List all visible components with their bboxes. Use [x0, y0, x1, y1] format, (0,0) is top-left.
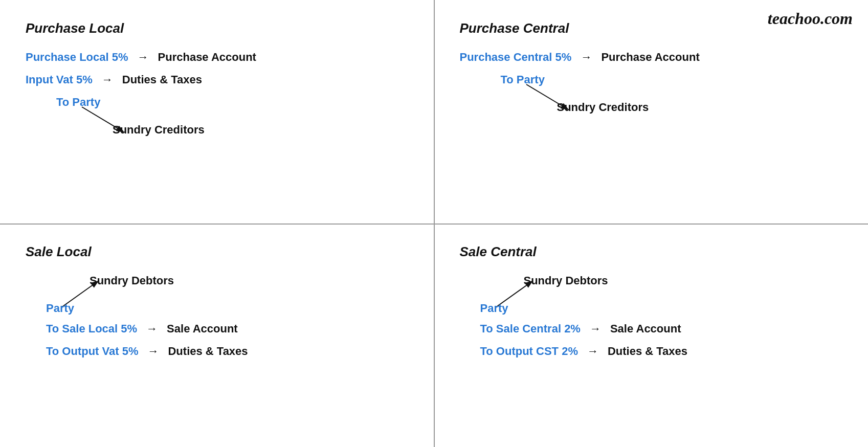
- party-source-q3: Party: [46, 302, 74, 315]
- sale-local-row2: To Output Vat 5% → Duties & Taxes: [46, 345, 409, 358]
- sale-local-section: Sale Local Party Sundry Debtors To Sale …: [0, 223, 434, 447]
- party-diagonal-q4: Party Sundry Debtors: [480, 274, 843, 315]
- sale-account-label-q4: Sale Account: [610, 322, 681, 336]
- purchase-central-section: Purchase Central Purchase Central 5% → P…: [434, 0, 869, 223]
- duties-taxes-label-q4: Duties & Taxes: [608, 345, 687, 358]
- sundry-debtors-q3: Sundry Debtors: [90, 274, 174, 287]
- arrow-3: →: [581, 51, 592, 64]
- arrow-1: →: [138, 51, 149, 64]
- input-vat-5-label: Input Vat 5%: [26, 73, 93, 86]
- sale-central-rows: To Sale Central 2% → Sale Account To Out…: [480, 322, 843, 358]
- purchase-local-5-label: Purchase Local 5%: [26, 51, 128, 64]
- purchase-central-row1: Purchase Central 5% → Purchase Account: [460, 51, 843, 64]
- duties-taxes-label-q3: Duties & Taxes: [168, 345, 248, 358]
- duties-taxes-label: Duties & Taxes: [122, 73, 202, 86]
- sale-central-title: Sale Central: [460, 244, 843, 260]
- purchase-local-row2: Input Vat 5% → Duties & Taxes: [26, 73, 409, 86]
- sundry-creditors-q1: Sundry Creditors: [113, 123, 205, 137]
- sundry-debtors-q4: Sundry Debtors: [524, 274, 608, 287]
- to-sale-local-5-label: To Sale Local 5%: [46, 322, 137, 336]
- to-output-vat-5-label: To Output Vat 5%: [46, 345, 138, 358]
- to-party-source-q1: To Party: [56, 96, 100, 109]
- purchase-account-label: Purchase Account: [158, 51, 256, 64]
- purchase-local-row1: Purchase Local 5% → Purchase Account: [26, 51, 409, 64]
- to-sale-central-2-label: To Sale Central 2%: [480, 322, 581, 336]
- sale-central-row1: To Sale Central 2% → Sale Account: [480, 322, 843, 336]
- sale-local-row1: To Sale Local 5% → Sale Account: [46, 322, 409, 336]
- to-output-cst-2-label: To Output CST 2%: [480, 345, 578, 358]
- party-source-q4: Party: [480, 302, 508, 315]
- purchase-local-title: Purchase Local: [26, 20, 409, 36]
- purchase-local-section: Purchase Local Purchase Local 5% → Purch…: [0, 0, 434, 223]
- sundry-creditors-q2: Sundry Creditors: [557, 101, 649, 114]
- arrow-4: →: [146, 322, 158, 336]
- purchase-account-label-q2: Purchase Account: [601, 51, 699, 64]
- purchase-central-5-label: Purchase Central 5%: [460, 51, 572, 64]
- sale-central-section: Sale Central Party Sundry Debtors To Sal…: [434, 223, 869, 447]
- to-party-diagonal-q2: To Party Sundry Creditors: [501, 73, 843, 114]
- arrow-2: →: [102, 73, 113, 86]
- sale-account-label-q3: Sale Account: [167, 322, 238, 336]
- arrow-6: →: [590, 322, 601, 336]
- sale-central-row2: To Output CST 2% → Duties & Taxes: [480, 345, 843, 358]
- to-party-source-q2: To Party: [501, 73, 545, 86]
- to-party-diagonal: To Party Sundry Creditors: [56, 96, 409, 137]
- sale-local-title: Sale Local: [26, 244, 409, 260]
- arrow-7: →: [587, 345, 598, 358]
- purchase-central-title: Purchase Central: [460, 20, 843, 36]
- party-diagonal-q3: Party Sundry Debtors: [46, 274, 409, 315]
- sale-local-rows: To Sale Local 5% → Sale Account To Outpu…: [46, 322, 409, 358]
- arrow-5: →: [147, 345, 159, 358]
